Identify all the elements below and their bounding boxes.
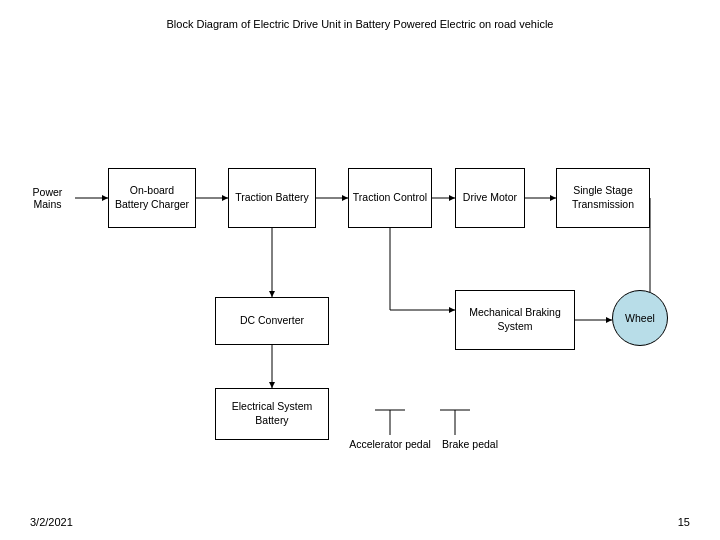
power-mains-label: Power Mains: [20, 186, 75, 210]
elec-battery-block: Electrical System Battery: [215, 388, 329, 440]
traction-battery-block: Traction Battery: [228, 168, 316, 228]
drive-motor-block: Drive Motor: [455, 168, 525, 228]
brake-label: Brake pedal: [430, 438, 510, 450]
traction-control-block: Traction Control: [348, 168, 432, 228]
wheel-block: Wheel: [612, 290, 668, 346]
diagram-area: Power Mains On-board Battery Charger Tra…: [0, 50, 720, 510]
dc-converter-block: DC Converter: [215, 297, 329, 345]
accelerator-label: Accelerator pedal: [340, 438, 440, 450]
mech-braking-block: Mechanical Braking System: [455, 290, 575, 350]
diagram-title: Block Diagram of Electric Drive Unit in …: [0, 18, 720, 30]
footer-page: 15: [678, 516, 690, 528]
single-stage-block: Single Stage Transmission: [556, 168, 650, 228]
footer-date: 3/2/2021: [30, 516, 73, 528]
onboard-charger-block: On-board Battery Charger: [108, 168, 196, 228]
